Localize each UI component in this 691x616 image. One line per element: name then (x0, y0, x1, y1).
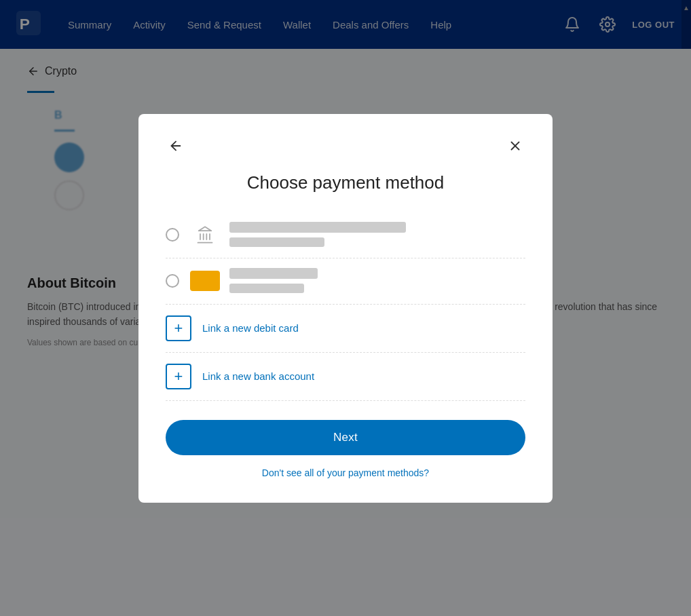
modal-back-button[interactable] (166, 136, 186, 156)
yellow-card-icon (190, 271, 220, 291)
bank-account-name (229, 222, 525, 233)
bank-account-number (229, 235, 525, 248)
debit-card-option[interactable] (166, 258, 525, 305)
modal-close-button[interactable] (505, 136, 525, 156)
modal-back-icon (168, 138, 183, 153)
debit-card-radio[interactable] (166, 274, 179, 288)
modal-nav (166, 136, 525, 156)
debit-card-name (229, 268, 525, 280)
payment-method-modal: Choose payment method (138, 114, 553, 347)
modal-overlay: Choose payment method (0, 0, 691, 347)
link-debit-label: Link a new debit card (202, 322, 299, 334)
modal-title: Choose payment method (166, 172, 525, 193)
debit-card-number (229, 281, 525, 294)
bank-account-radio[interactable] (166, 228, 179, 242)
bank-account-details (229, 222, 525, 248)
add-debit-icon: + (166, 315, 191, 341)
debit-card-details (229, 268, 525, 294)
bank-account-option[interactable] (166, 212, 525, 258)
close-icon (508, 138, 523, 153)
svg-marker-12 (199, 227, 212, 231)
debit-card-icon (190, 269, 220, 293)
bank-icon (190, 223, 220, 247)
link-debit-card-row[interactable]: + Link a new debit card (166, 305, 525, 347)
